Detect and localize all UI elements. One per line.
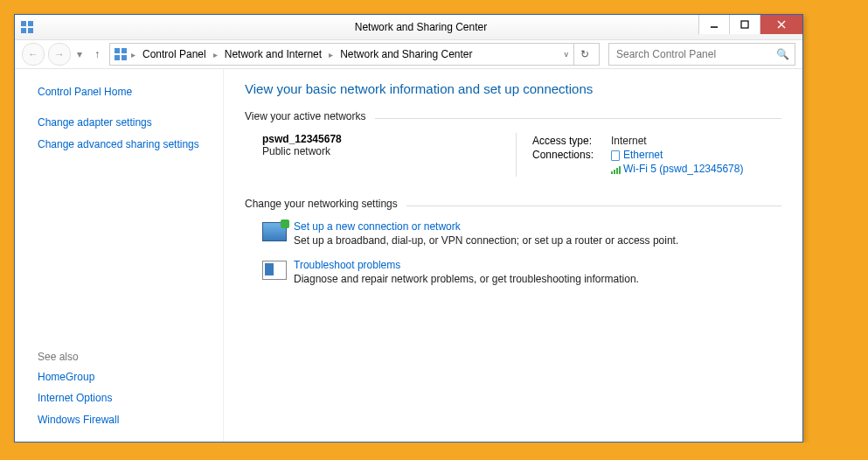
breadcrumb-item[interactable]: Network and Internet xyxy=(221,48,325,60)
sidebar-link-firewall[interactable]: Windows Firewall xyxy=(38,413,212,428)
up-button[interactable]: ↑ xyxy=(88,48,106,60)
breadcrumb-dropdown[interactable]: v xyxy=(561,50,573,59)
search-icon[interactable]: 🔍 xyxy=(776,48,789,60)
page-heading: View your basic network information and … xyxy=(245,81,781,96)
ethernet-icon xyxy=(611,150,620,161)
breadcrumb-item[interactable]: Network and Sharing Center xyxy=(337,48,476,60)
sidebar-link-homegroup[interactable]: HomeGroup xyxy=(38,370,212,385)
app-icon xyxy=(20,20,34,34)
control-panel-home-link[interactable]: Control Panel Home xyxy=(38,85,212,100)
troubleshoot-desc: Diagnose and repair network problems, or… xyxy=(294,273,639,285)
search-input[interactable] xyxy=(615,47,776,61)
svg-rect-1 xyxy=(741,21,748,28)
network-name: pswd_12345678 xyxy=(262,133,516,145)
sidebar-link-sharing[interactable]: Change advanced sharing settings xyxy=(38,137,212,152)
network-details: Access type: Internet Connections: Ether… xyxy=(516,133,781,177)
wifi-link[interactable]: Wi-Fi 5 (pswd_12345678) xyxy=(623,163,743,175)
titlebar-buttons xyxy=(698,15,802,34)
active-networks-label: View your active networks xyxy=(245,110,366,122)
titlebar: Network and Sharing Center xyxy=(15,15,802,40)
breadcrumb-icon xyxy=(114,47,128,61)
troubleshoot-item: Troubleshoot problems Diagnose and repai… xyxy=(245,259,781,285)
window: Network and Sharing Center ← → ▾ ↑ ▸ Con… xyxy=(14,14,803,443)
window-title: Network and Sharing Center xyxy=(39,21,802,33)
close-button[interactable] xyxy=(760,15,802,34)
main-content: View your basic network information and … xyxy=(223,69,802,442)
sidebar-link-internet-options[interactable]: Internet Options xyxy=(38,391,212,406)
troubleshoot-link[interactable]: Troubleshoot problems xyxy=(294,259,400,271)
setup-connection-desc: Set up a broadband, dial-up, or VPN conn… xyxy=(294,234,678,247)
divider xyxy=(375,118,781,119)
breadcrumb[interactable]: ▸ Control Panel ▸ Network and Internet ▸… xyxy=(109,43,600,66)
forward-button[interactable]: → xyxy=(48,43,71,66)
chevron-right-icon: ▸ xyxy=(213,50,218,59)
wifi-signal-icon xyxy=(611,165,621,174)
ethernet-link[interactable]: Ethernet xyxy=(623,149,663,161)
sidebar-link-adapter[interactable]: Change adapter settings xyxy=(38,115,212,130)
back-button[interactable]: ← xyxy=(22,43,45,66)
see-also-label: See also xyxy=(38,351,212,363)
connections-label: Connections: xyxy=(532,149,611,161)
chevron-right-icon: ▸ xyxy=(131,50,135,59)
troubleshoot-icon xyxy=(262,261,287,280)
active-network-row: pswd_12345678 Public network Access type… xyxy=(245,133,781,177)
breadcrumb-item[interactable]: Control Panel xyxy=(139,48,210,60)
setup-connection-item: Set up a new connection or network Set u… xyxy=(245,220,781,247)
network-name-block: pswd_12345678 Public network xyxy=(245,133,516,177)
body: Control Panel Home Change adapter settin… xyxy=(15,69,802,442)
history-dropdown[interactable]: ▾ xyxy=(74,48,85,60)
search-box[interactable]: 🔍 xyxy=(608,43,795,66)
refresh-button[interactable]: ↻ xyxy=(573,44,595,65)
maximize-button[interactable] xyxy=(729,15,760,34)
access-type-value: Internet xyxy=(611,135,647,147)
navbar: ← → ▾ ↑ ▸ Control Panel ▸ Network and In… xyxy=(15,40,802,69)
minimize-button[interactable] xyxy=(698,15,729,34)
change-settings-label: Change your networking settings xyxy=(245,198,398,210)
setup-connection-link[interactable]: Set up a new connection or network xyxy=(294,220,461,233)
access-type-label: Access type: xyxy=(532,135,611,147)
divider xyxy=(406,206,781,206)
network-type: Public network xyxy=(262,145,516,157)
chevron-right-icon: ▸ xyxy=(329,50,333,59)
sidebar: Control Panel Home Change adapter settin… xyxy=(15,69,223,442)
setup-connection-icon xyxy=(262,222,287,241)
